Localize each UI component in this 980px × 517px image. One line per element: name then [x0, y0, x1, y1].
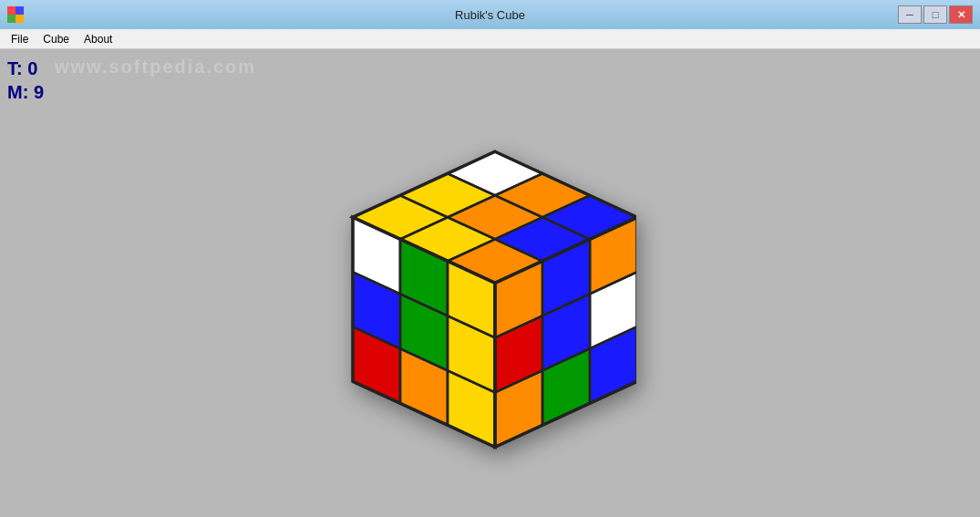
window-title: Rubik's Cube	[455, 8, 525, 22]
menu-cube[interactable]: Cube	[36, 31, 77, 47]
cube-display: // This script just generates the polygo…	[345, 124, 636, 456]
app-icon	[7, 6, 24, 23]
window-controls: ─ □ ✕	[898, 5, 973, 24]
watermark: www.softpedia.com	[55, 57, 256, 78]
svg-rect-2	[7, 15, 15, 23]
title-bar: Rubik's Cube ─ □ ✕	[0, 0, 980, 29]
rubiks-cube-svg: // This script just generates the polygo…	[345, 124, 636, 452]
maximize-button[interactable]: □	[923, 5, 947, 24]
close-button[interactable]: ✕	[949, 5, 973, 24]
title-bar-left	[7, 6, 24, 23]
menu-bar: File Cube About	[0, 29, 980, 49]
menu-about[interactable]: About	[77, 31, 119, 47]
stat-m: M: 9	[7, 82, 44, 103]
minimize-button[interactable]: ─	[898, 5, 922, 24]
content-area: www.softpedia.com T: 0 M: 9	[0, 49, 980, 517]
svg-rect-3	[15, 15, 24, 23]
stat-t: T: 0	[7, 58, 37, 79]
svg-rect-0	[7, 6, 15, 15]
svg-rect-1	[15, 6, 24, 15]
menu-file[interactable]: File	[4, 31, 36, 47]
